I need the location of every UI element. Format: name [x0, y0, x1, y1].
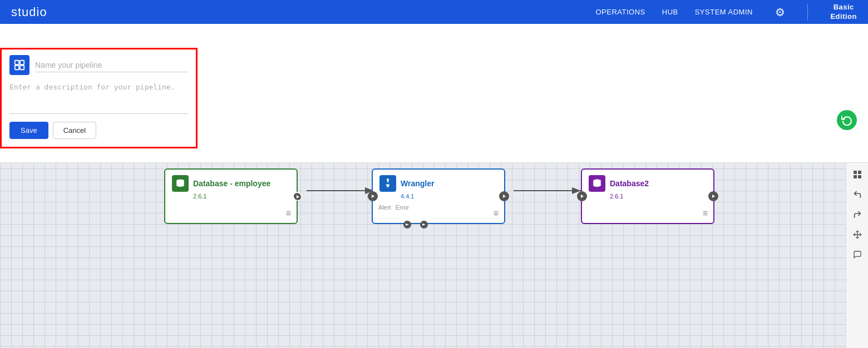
database2-icon: [589, 175, 605, 192]
save-buttons: Save Cancel: [9, 122, 188, 139]
node-database2-title: Database2: [610, 179, 649, 188]
header-divider: [807, 4, 808, 21]
toolbar-undo-button[interactable]: [849, 186, 866, 203]
node-database2-menu[interactable]: ≡: [703, 208, 708, 218]
error-label: Error: [396, 204, 409, 211]
node-database-employee-right-port[interactable]: [293, 192, 302, 201]
node-wrangler-right-port[interactable]: [499, 191, 509, 201]
node-database-employee-menu[interactable]: ≡: [286, 208, 291, 218]
pipeline-name-input[interactable]: [35, 58, 188, 72]
wrangler-icon: [379, 175, 396, 192]
app-logo: studio: [11, 5, 47, 19]
edition-label: BasicEdition: [830, 3, 857, 22]
node-header: Database - employee: [172, 175, 290, 192]
right-toolbar: [846, 163, 868, 348]
node-wrangler-left-port[interactable]: [368, 191, 378, 201]
node-database-employee-version: 2.6.1: [193, 193, 290, 200]
pipeline-canvas: Database - employee 2.6.1 ≡: [0, 163, 846, 348]
nav-system-admin[interactable]: SYSTEM ADMIN: [695, 8, 753, 16]
svg-rect-25: [858, 171, 861, 174]
node-wrangler[interactable]: Wrangler 4.4.1 Alert Error ≡: [372, 168, 505, 224]
node-database2-header: Database2: [589, 175, 707, 192]
node-database-employee-title: Database - employee: [193, 179, 270, 188]
pipeline-type-icon: [9, 55, 29, 75]
node-wrangler-header: Wrangler: [379, 175, 497, 192]
nav-operations[interactable]: OPERATIONS: [595, 8, 645, 16]
svg-rect-2: [15, 66, 19, 69]
node-wrangler-error-port[interactable]: [420, 221, 428, 228]
svg-rect-27: [858, 175, 861, 178]
svg-rect-26: [854, 175, 857, 178]
node-database2-left-port[interactable]: [577, 191, 587, 201]
node-database2-version: 2.6.1: [610, 193, 707, 200]
save-panel: Save Cancel: [0, 48, 198, 148]
alert-label: Alert: [378, 204, 391, 211]
database-employee-icon: [172, 175, 189, 192]
toolbar-comment-button[interactable]: [849, 246, 866, 263]
toolbar-move-button[interactable]: [849, 226, 866, 243]
save-button[interactable]: Save: [9, 122, 48, 139]
svg-rect-1: [20, 61, 24, 64]
pipeline-description-input[interactable]: [9, 81, 188, 114]
node-database-employee[interactable]: Database - employee 2.6.1 ≡: [164, 168, 298, 224]
toolbar-grid-button[interactable]: [849, 166, 866, 183]
node-wrangler-menu[interactable]: ≡: [494, 208, 499, 218]
toolbar-redo-button[interactable]: [849, 206, 866, 223]
node-database2-right-port[interactable]: [708, 191, 718, 201]
save-panel-header: [9, 55, 188, 75]
app-header: studio OPERATIONS HUB SYSTEM ADMIN ⚙ Bas…: [0, 0, 868, 24]
refresh-button[interactable]: [837, 110, 857, 130]
header-nav: OPERATIONS HUB SYSTEM ADMIN ⚙ BasicEditi…: [595, 3, 857, 22]
canvas-area: Save Cancel: [0, 24, 868, 348]
node-database2[interactable]: Database2 2.6.1 ≡: [581, 168, 714, 224]
nav-hub[interactable]: HUB: [662, 8, 678, 16]
svg-rect-3: [20, 66, 24, 69]
node-wrangler-title: Wrangler: [401, 179, 434, 188]
node-wrangler-version: 4.4.1: [401, 193, 497, 200]
cancel-button[interactable]: Cancel: [53, 122, 96, 139]
svg-rect-0: [15, 61, 19, 64]
gear-icon[interactable]: ⚙: [775, 6, 786, 19]
svg-rect-24: [854, 171, 857, 174]
node-wrangler-alert-port[interactable]: [403, 221, 411, 228]
node-wrangler-alert-error: Alert Error: [378, 204, 409, 211]
